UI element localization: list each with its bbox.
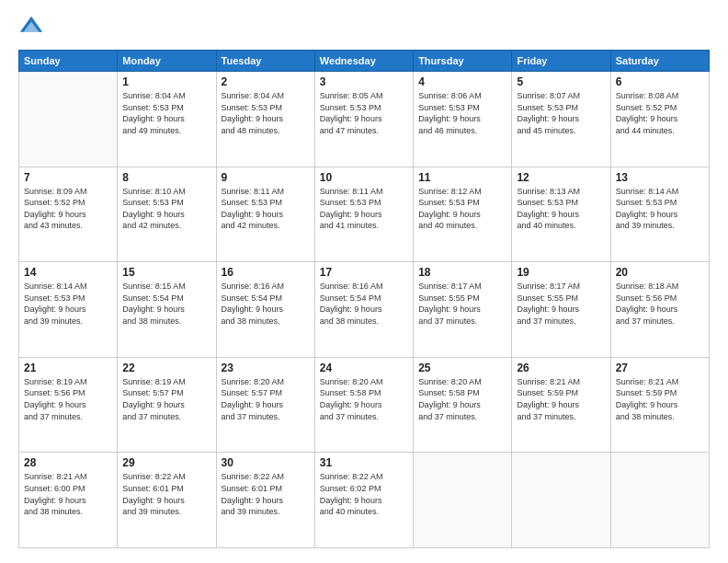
sunrise-label: Sunrise: 8:22 AM [222, 472, 285, 481]
daylight-minutes: and 40 minutes. [517, 221, 575, 230]
sunrise-label: Sunrise: 8:17 AM [517, 282, 580, 291]
calendar-cell: 3 Sunrise: 8:05 AM Sunset: 5:53 PM Dayli… [314, 72, 413, 167]
sunset-label: Sunset: 5:53 PM [418, 103, 480, 112]
daylight-minutes: and 37 minutes. [418, 316, 477, 326]
daylight-label: Daylight: 9 hours [320, 114, 382, 123]
daylight-minutes: and 48 minutes. [222, 126, 280, 135]
calendar-cell: 9 Sunrise: 8:11 AM Sunset: 5:53 PM Dayli… [216, 167, 314, 262]
calendar-cell [512, 453, 610, 548]
day-info: Sunrise: 8:20 AM Sunset: 5:58 PM Dayligh… [418, 376, 506, 422]
sunrise-label: Sunrise: 8:09 AM [24, 187, 87, 196]
page: SundayMondayTuesdayWednesdayThursdayFrid… [0, 0, 728, 563]
calendar-cell: 6 Sunrise: 8:08 AM Sunset: 5:52 PM Dayli… [610, 72, 709, 167]
daylight-label: Daylight: 9 hours [222, 304, 284, 314]
sunset-label: Sunset: 5:57 PM [122, 388, 184, 397]
day-number: 15 [122, 266, 210, 279]
sunrise-label: Sunrise: 8:16 AM [320, 282, 383, 291]
sunrise-label: Sunrise: 8:18 AM [616, 282, 679, 291]
calendar-cell: 17 Sunrise: 8:16 AM Sunset: 5:54 PM Dayl… [314, 262, 413, 358]
calendar-cell: 8 Sunrise: 8:10 AM Sunset: 5:53 PM Dayli… [118, 167, 216, 262]
calendar-cell: 1 Sunrise: 8:04 AM Sunset: 5:53 PM Dayli… [118, 72, 216, 167]
day-info: Sunrise: 8:14 AM Sunset: 5:53 PM Dayligh… [24, 281, 112, 327]
daylight-minutes: and 38 minutes. [222, 316, 280, 326]
daylight-label: Daylight: 9 hours [222, 210, 284, 219]
day-info: Sunrise: 8:19 AM Sunset: 5:57 PM Dayligh… [122, 376, 210, 422]
sunrise-label: Sunrise: 8:04 AM [222, 91, 285, 100]
daylight-label: Daylight: 9 hours [122, 114, 185, 123]
daylight-label: Daylight: 9 hours [418, 304, 481, 314]
daylight-minutes: and 49 minutes. [122, 126, 181, 135]
calendar-cell: 24 Sunrise: 8:20 AM Sunset: 5:58 PM Dayl… [314, 357, 413, 453]
daylight-minutes: and 37 minutes. [517, 412, 575, 421]
daylight-minutes: and 42 minutes. [222, 221, 280, 230]
daylight-label: Daylight: 9 hours [517, 400, 579, 409]
daylight-minutes: and 37 minutes. [320, 412, 379, 421]
sunset-label: Sunset: 5:53 PM [320, 198, 381, 207]
day-info: Sunrise: 8:06 AM Sunset: 5:53 PM Dayligh… [418, 90, 506, 136]
day-info: Sunrise: 8:07 AM Sunset: 5:53 PM Dayligh… [517, 90, 605, 136]
sunrise-label: Sunrise: 8:17 AM [418, 282, 482, 291]
weekday-header: Monday [118, 51, 216, 72]
calendar-cell: 25 Sunrise: 8:20 AM Sunset: 5:58 PM Dayl… [414, 357, 512, 453]
daylight-label: Daylight: 9 hours [222, 114, 284, 123]
sunrise-label: Sunrise: 8:19 AM [24, 377, 87, 386]
daylight-label: Daylight: 9 hours [24, 496, 86, 505]
day-number: 5 [517, 75, 605, 88]
weekday-header: Saturday [610, 51, 709, 72]
daylight-label: Daylight: 9 hours [320, 210, 382, 219]
day-info: Sunrise: 8:11 AM Sunset: 5:53 PM Dayligh… [222, 186, 310, 232]
sunrise-label: Sunrise: 8:11 AM [222, 187, 285, 196]
sunset-label: Sunset: 6:01 PM [122, 484, 184, 493]
logo-icon [18, 15, 44, 40]
sunrise-label: Sunrise: 8:08 AM [616, 91, 679, 100]
day-info: Sunrise: 8:21 AM Sunset: 5:59 PM Dayligh… [517, 376, 605, 422]
calendar-week-row: 1 Sunrise: 8:04 AM Sunset: 5:53 PM Dayli… [19, 72, 710, 167]
calendar-cell [610, 453, 709, 548]
daylight-minutes: and 37 minutes. [222, 412, 280, 421]
daylight-label: Daylight: 9 hours [320, 304, 382, 314]
day-number: 14 [24, 266, 112, 279]
daylight-label: Daylight: 9 hours [320, 496, 382, 505]
sunrise-label: Sunrise: 8:22 AM [122, 472, 186, 481]
sunset-label: Sunset: 5:53 PM [222, 198, 283, 207]
sunset-label: Sunset: 5:53 PM [616, 198, 677, 207]
sunset-label: Sunset: 5:53 PM [418, 198, 480, 207]
daylight-label: Daylight: 9 hours [122, 210, 185, 219]
calendar-cell [19, 72, 118, 167]
day-info: Sunrise: 8:20 AM Sunset: 5:57 PM Dayligh… [222, 376, 310, 422]
day-info: Sunrise: 8:10 AM Sunset: 5:53 PM Dayligh… [122, 186, 210, 232]
day-number: 25 [418, 362, 506, 374]
day-number: 9 [222, 171, 310, 184]
day-number: 8 [122, 171, 210, 184]
weekday-header: Thursday [414, 51, 512, 72]
weekday-header: Sunday [19, 51, 118, 72]
daylight-label: Daylight: 9 hours [122, 400, 185, 409]
daylight-minutes: and 37 minutes. [517, 316, 575, 326]
weekday-header: Friday [512, 51, 610, 72]
day-number: 10 [320, 171, 408, 184]
calendar-cell: 5 Sunrise: 8:07 AM Sunset: 5:53 PM Dayli… [512, 72, 610, 167]
daylight-minutes: and 39 minutes. [24, 316, 83, 326]
sunrise-label: Sunrise: 8:11 AM [320, 187, 383, 196]
daylight-minutes: and 37 minutes. [418, 412, 477, 421]
sunrise-label: Sunrise: 8:04 AM [122, 91, 186, 100]
daylight-label: Daylight: 9 hours [222, 400, 284, 409]
day-info: Sunrise: 8:16 AM Sunset: 5:54 PM Dayligh… [320, 281, 408, 327]
sunrise-label: Sunrise: 8:19 AM [122, 377, 186, 386]
daylight-minutes: and 38 minutes. [24, 507, 83, 516]
sunrise-label: Sunrise: 8:22 AM [320, 472, 383, 481]
day-number: 2 [222, 75, 310, 88]
calendar-cell: 19 Sunrise: 8:17 AM Sunset: 5:55 PM Dayl… [512, 262, 610, 358]
sunset-label: Sunset: 6:01 PM [222, 484, 283, 493]
sunrise-label: Sunrise: 8:16 AM [222, 282, 285, 291]
day-info: Sunrise: 8:09 AM Sunset: 5:52 PM Dayligh… [24, 186, 112, 232]
daylight-minutes: and 37 minutes. [24, 412, 83, 421]
day-number: 12 [517, 171, 605, 184]
sunrise-label: Sunrise: 8:14 AM [24, 282, 87, 291]
calendar-cell: 4 Sunrise: 8:06 AM Sunset: 5:53 PM Dayli… [414, 72, 512, 167]
daylight-minutes: and 40 minutes. [320, 507, 379, 516]
day-info: Sunrise: 8:04 AM Sunset: 5:53 PM Dayligh… [122, 90, 210, 136]
day-number: 28 [24, 456, 112, 469]
day-info: Sunrise: 8:22 AM Sunset: 6:01 PM Dayligh… [122, 471, 210, 517]
day-info: Sunrise: 8:05 AM Sunset: 5:53 PM Dayligh… [320, 90, 408, 136]
